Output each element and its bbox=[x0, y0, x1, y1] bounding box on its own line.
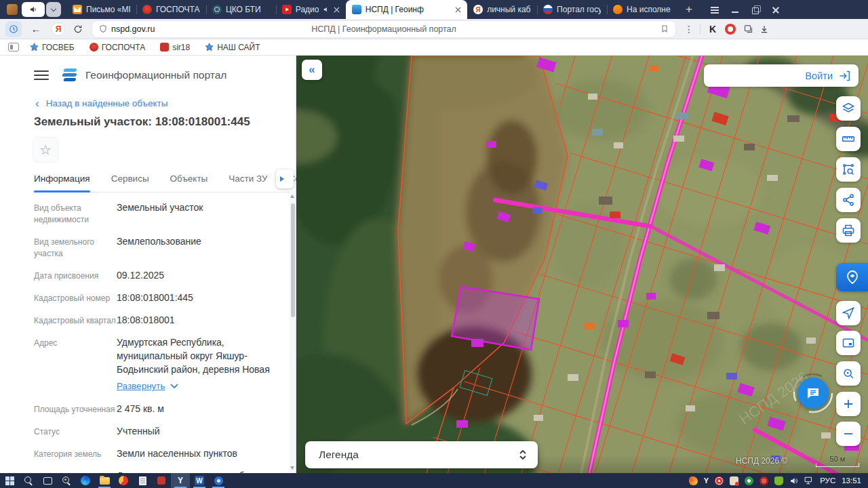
panel-header: Геоинформационный портал bbox=[34, 68, 226, 83]
taskbar-app-edge[interactable] bbox=[76, 473, 95, 488]
taskbar-clock[interactable]: 13:51 bbox=[842, 476, 861, 485]
bookmark-favicon bbox=[205, 43, 214, 52]
tab-audio-control[interactable] bbox=[22, 2, 45, 17]
tab-close-icon[interactable] bbox=[334, 7, 340, 13]
browser-tab[interactable]: НСПД | Геоинф bbox=[346, 0, 467, 19]
adguard-icon[interactable] bbox=[725, 24, 736, 35]
minimize-button[interactable] bbox=[730, 4, 741, 15]
field-value: Удмуртская Республика, муниципальный окр… bbox=[117, 336, 285, 393]
browser-tab[interactable]: ГОСПОЧТА bbox=[136, 0, 206, 19]
close-button[interactable] bbox=[770, 4, 781, 15]
taskbar-app-word[interactable]: W bbox=[190, 473, 209, 488]
panel-tab[interactable]: Информация bbox=[34, 167, 90, 192]
volume-icon[interactable] bbox=[789, 476, 798, 485]
object-search-button[interactable] bbox=[836, 361, 861, 386]
panel-tab-label: Объекты bbox=[170, 174, 208, 184]
tray-red-icon[interactable] bbox=[760, 476, 768, 485]
back-icon[interactable]: ← bbox=[27, 23, 45, 35]
task-view-button[interactable] bbox=[38, 473, 57, 488]
browser-tab[interactable]: Письмо «МП на к bbox=[66, 0, 136, 19]
panel-tab-label: Сервисы bbox=[111, 174, 149, 184]
taskbar-app-magnifier[interactable] bbox=[57, 473, 76, 488]
chevron-down-icon[interactable] bbox=[46, 2, 61, 17]
taskbar-app-explorer[interactable] bbox=[95, 473, 114, 488]
taskbar-search[interactable] bbox=[19, 473, 38, 488]
tray-hand-icon[interactable] bbox=[730, 476, 738, 485]
download-icon[interactable] bbox=[756, 24, 772, 34]
browser-tab[interactable]: На исполнение bbox=[607, 0, 677, 19]
network-icon[interactable] bbox=[804, 476, 814, 485]
legend-label: Легенда bbox=[319, 449, 359, 461]
area-search-button[interactable] bbox=[836, 157, 861, 182]
start-button[interactable] bbox=[0, 473, 19, 488]
bookmark-flag-icon[interactable] bbox=[660, 24, 669, 33]
taskbar-app-blue[interactable] bbox=[209, 473, 228, 488]
tab-label: НСПД | Геоинф bbox=[366, 5, 451, 14]
print-button[interactable] bbox=[836, 218, 861, 243]
taskbar-app-pie[interactable] bbox=[114, 473, 133, 488]
scroll-down-arrow[interactable] bbox=[290, 466, 294, 470]
kaspersky-icon[interactable]: K bbox=[705, 24, 721, 35]
collapse-panel-button[interactable]: « bbox=[302, 60, 322, 80]
profile-icon[interactable] bbox=[7, 4, 18, 15]
language-indicator[interactable]: РУС bbox=[820, 476, 835, 485]
url-menu-icon[interactable]: ⋮ bbox=[682, 24, 696, 35]
chat-button[interactable] bbox=[797, 378, 829, 409]
browser-tab[interactable]: ЦКО БТИ bbox=[206, 0, 276, 19]
favorite-star-button[interactable]: ☆ bbox=[33, 137, 58, 163]
bookmark-item[interactable]: ГОСВЕБ bbox=[30, 43, 75, 52]
yandex-icon[interactable]: Я bbox=[52, 22, 65, 36]
overview-map-button[interactable] bbox=[836, 331, 861, 355]
browser-tab[interactable]: Радио Дача bbox=[276, 0, 346, 19]
locate-button[interactable] bbox=[836, 301, 861, 325]
taskbar-app-yandex-browser[interactable]: Y bbox=[171, 473, 190, 488]
extension-icon[interactable] bbox=[740, 24, 756, 34]
restore-button[interactable] bbox=[750, 4, 761, 15]
tab-close-icon[interactable] bbox=[455, 7, 461, 13]
tray-flame-icon[interactable] bbox=[689, 476, 698, 485]
panel-tab[interactable]: Объекты bbox=[170, 167, 208, 192]
map-canvas[interactable]: НСПД 2026 « Войти bbox=[296, 56, 868, 473]
zoom-in-button[interactable] bbox=[836, 392, 861, 416]
bookmark-item[interactable]: sir18 bbox=[160, 43, 190, 52]
bookmark-item[interactable]: НАШ САЙТ bbox=[205, 43, 260, 52]
panel-scrollbar[interactable] bbox=[290, 191, 296, 473]
layers-button[interactable] bbox=[836, 96, 861, 121]
expand-address[interactable]: Развернуть bbox=[117, 380, 285, 393]
menu-icon[interactable] bbox=[34, 70, 49, 81]
browser-menu-icon[interactable] bbox=[709, 4, 720, 15]
history-icon[interactable] bbox=[5, 21, 22, 37]
browser-tab[interactable]: личный кабинет bbox=[467, 0, 537, 19]
tray-yandex-icon[interactable]: Y bbox=[704, 476, 709, 485]
panel-tab[interactable]: Части ЗУ bbox=[229, 167, 267, 192]
send-object-button[interactable] bbox=[836, 263, 868, 291]
zoom-out-button[interactable] bbox=[836, 422, 861, 446]
portal-logo[interactable]: Геоинформационный портал bbox=[61, 68, 226, 83]
expand-link[interactable]: Развернуть bbox=[117, 380, 165, 393]
taskbar-app-red[interactable] bbox=[152, 473, 171, 488]
url-field[interactable]: nspd.gov.ru НСПД | Геоинформационный пор… bbox=[92, 21, 675, 37]
tabs-scroll-right-button[interactable] bbox=[276, 169, 294, 188]
bookmark-item[interactable]: ГОСПОЧТА bbox=[90, 43, 145, 52]
tab-audio-icon[interactable] bbox=[323, 6, 330, 13]
share-button[interactable] bbox=[836, 188, 861, 212]
refresh-icon[interactable] bbox=[69, 24, 87, 34]
ruler-button[interactable] bbox=[836, 127, 861, 151]
field-value: 18:08:018001 bbox=[117, 313, 285, 327]
panel-tab[interactable]: Сервисы bbox=[111, 167, 149, 192]
scrollbar-thumb[interactable] bbox=[291, 203, 295, 317]
taskbar-app-notepad[interactable] bbox=[133, 473, 152, 488]
field-value: Земли населенных пунктов bbox=[117, 447, 285, 460]
back-to-results-link[interactable]: ‹ Назад в найденные объекты bbox=[35, 98, 167, 108]
legend-bar[interactable]: Легенда bbox=[305, 441, 538, 468]
side-panel-icon[interactable] bbox=[8, 43, 19, 52]
tab-label: ГОСПОЧТА bbox=[156, 5, 200, 14]
login-bar[interactable]: Войти bbox=[704, 64, 859, 87]
tab-favicon bbox=[613, 5, 623, 14]
tray-antivirus-icon[interactable] bbox=[774, 476, 783, 485]
tray-target-icon[interactable] bbox=[715, 476, 724, 485]
scroll-up-arrow[interactable] bbox=[290, 195, 294, 198]
tray-green-icon[interactable] bbox=[745, 476, 753, 485]
browser-tab[interactable]: Портал государс bbox=[537, 0, 607, 19]
new-tab-button[interactable]: + bbox=[681, 1, 697, 18]
